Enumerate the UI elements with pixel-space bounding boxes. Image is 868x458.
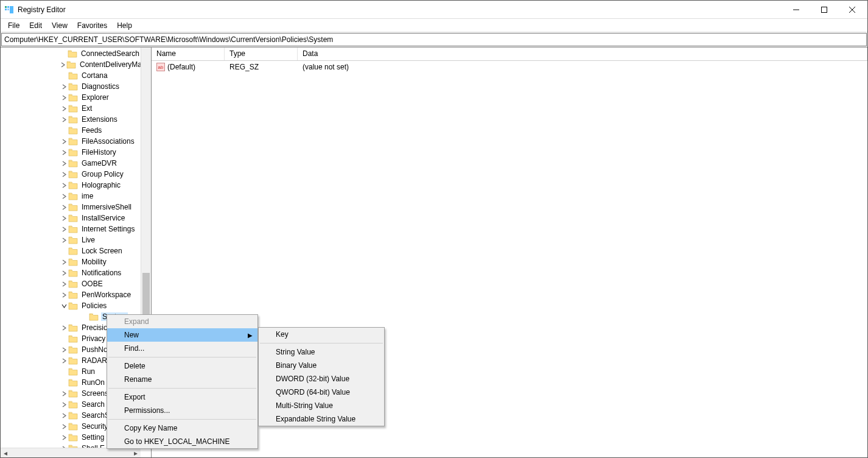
tree-node-label: OOBE: [80, 280, 104, 288]
tree-node[interactable]: Extensions: [1, 114, 141, 125]
ctx-item[interactable]: Key: [259, 328, 384, 341]
chevron-right-icon[interactable]: [60, 291, 68, 298]
svg-rect-1: [7, 6, 9, 8]
tree-node[interactable]: Holographic: [1, 180, 141, 191]
column-name[interactable]: Name: [152, 48, 225, 60]
column-type[interactable]: Type: [225, 48, 298, 60]
ctx-item[interactable]: QWORD (64-bit) Value: [259, 386, 384, 399]
value-row[interactable]: ab (Default) REG_SZ (value not set): [152, 61, 867, 73]
chevron-right-icon[interactable]: [60, 390, 68, 397]
tree-node[interactable]: Lock Screen: [1, 245, 141, 256]
menu-view[interactable]: View: [47, 20, 72, 31]
chevron-right-icon[interactable]: [60, 269, 68, 277]
tree-node[interactable]: InstallService: [1, 213, 141, 224]
chevron-right-icon[interactable]: [60, 346, 68, 353]
chevron-right-icon[interactable]: [60, 116, 68, 123]
tree-node[interactable]: Cortana: [1, 70, 141, 81]
close-button[interactable]: [838, 1, 866, 18]
tree-node-label: Precisio: [80, 323, 109, 332]
ctx-item[interactable]: Permissions...: [107, 404, 257, 417]
tree-node[interactable]: Live: [1, 234, 141, 245]
chevron-right-icon[interactable]: [60, 258, 68, 266]
chevron-right-icon[interactable]: [60, 324, 68, 331]
folder-icon: [68, 236, 78, 244]
folder-icon: [68, 356, 78, 365]
menu-help[interactable]: Help: [112, 20, 137, 31]
tree-node[interactable]: Internet Settings: [1, 224, 141, 234]
ctx-item-label: New: [124, 331, 139, 339]
chevron-right-icon[interactable]: [60, 83, 68, 90]
chevron-right-icon[interactable]: [60, 357, 68, 364]
expand-placeholder: [60, 127, 68, 134]
tree-node[interactable]: Explorer: [1, 92, 141, 103]
tree-node[interactable]: FileHistory: [1, 147, 141, 158]
tree-node[interactable]: Notifications: [1, 267, 141, 278]
ctx-item[interactable]: String Value: [259, 345, 384, 359]
chevron-right-icon[interactable]: [60, 214, 68, 222]
chevron-right-icon[interactable]: [60, 138, 68, 145]
ctx-item[interactable]: Find...: [107, 342, 257, 355]
folder-icon: [68, 181, 78, 189]
address-bar[interactable]: Computer\HKEY_CURRENT_USER\SOFTWARE\Micr…: [1, 33, 867, 46]
ctx-item[interactable]: Export: [107, 390, 257, 404]
chevron-right-icon[interactable]: [60, 412, 68, 419]
chevron-right-icon[interactable]: [60, 401, 68, 408]
chevron-right-icon[interactable]: [60, 181, 68, 189]
menu-edit[interactable]: Edit: [24, 20, 47, 31]
chevron-right-icon[interactable]: [60, 171, 68, 178]
maximize-button[interactable]: [810, 1, 838, 18]
tree-node-label: Internet Settings: [80, 225, 136, 233]
menu-favorites[interactable]: Favorites: [72, 20, 112, 31]
ctx-item[interactable]: Binary Value: [259, 359, 384, 372]
ctx-item[interactable]: Rename: [107, 373, 257, 386]
tree-node[interactable]: OOBE: [1, 278, 141, 289]
hscroll-left-icon[interactable]: ◂: [1, 448, 10, 458]
tree-node[interactable]: GameDVR: [1, 158, 141, 169]
tree-node-label: Lock Screen: [80, 247, 124, 255]
ctx-item[interactable]: Delete: [107, 359, 257, 373]
chevron-right-icon[interactable]: [60, 105, 68, 112]
context-menu[interactable]: ExpandNew▶Find...DeleteRenameExportPermi…: [107, 314, 258, 449]
folder-icon: [68, 192, 78, 200]
chevron-right-icon[interactable]: [60, 423, 68, 430]
ctx-item[interactable]: Multi-String Value: [259, 399, 384, 412]
ctx-item-label: Permissions...: [124, 406, 170, 415]
chevron-right-icon[interactable]: [60, 160, 68, 167]
ctx-item[interactable]: Copy Key Name: [107, 421, 257, 435]
tree-node[interactable]: ime: [1, 191, 141, 202]
tree-node[interactable]: Feeds: [1, 125, 141, 136]
context-submenu-new[interactable]: KeyString ValueBinary ValueDWORD (32-bit…: [258, 327, 385, 426]
chevron-down-icon[interactable]: [60, 302, 68, 309]
ctx-item[interactable]: Expandable String Value: [259, 412, 384, 426]
column-data[interactable]: Data: [298, 48, 867, 60]
tree-node[interactable]: PenWorkspace: [1, 289, 141, 300]
tree-node[interactable]: Policies: [1, 300, 141, 311]
chevron-right-icon[interactable]: [60, 149, 68, 156]
chevron-right-icon[interactable]: [60, 61, 66, 68]
tree-node[interactable]: ConnectedSearch: [1, 48, 141, 59]
minimize-button[interactable]: [782, 1, 810, 18]
ctx-item-label: Go to HKEY_LOCAL_MACHINE: [124, 437, 229, 446]
chevron-right-icon[interactable]: [60, 236, 68, 244]
tree-node[interactable]: Diagnostics: [1, 81, 141, 92]
tree-node[interactable]: Mobility: [1, 256, 141, 267]
ctx-item[interactable]: DWORD (32-bit) Value: [259, 372, 384, 386]
ctx-item[interactable]: New▶: [107, 328, 257, 342]
hscroll-right-icon[interactable]: ▸: [131, 448, 141, 458]
chevron-right-icon[interactable]: [60, 192, 68, 200]
chevron-right-icon[interactable]: [60, 203, 68, 211]
chevron-right-icon[interactable]: [60, 280, 68, 287]
tree-node[interactable]: Ext: [1, 103, 141, 114]
chevron-right-icon[interactable]: [60, 225, 68, 233]
ctx-item[interactable]: Go to HKEY_LOCAL_MACHINE: [107, 435, 257, 448]
title-bar[interactable]: Registry Editor: [1, 1, 867, 19]
menu-file[interactable]: File: [3, 20, 24, 31]
tree-node[interactable]: Group Policy: [1, 169, 141, 180]
tree-node[interactable]: ContentDeliveryMa: [1, 59, 141, 70]
chevron-right-icon[interactable]: [60, 434, 68, 441]
tree-node[interactable]: FileAssociations: [1, 136, 141, 147]
folder-icon: [68, 367, 78, 376]
chevron-right-icon[interactable]: [60, 94, 68, 101]
tree-hscrollbar[interactable]: ◂ ▸: [1, 448, 141, 457]
tree-node[interactable]: ImmersiveShell: [1, 202, 141, 213]
